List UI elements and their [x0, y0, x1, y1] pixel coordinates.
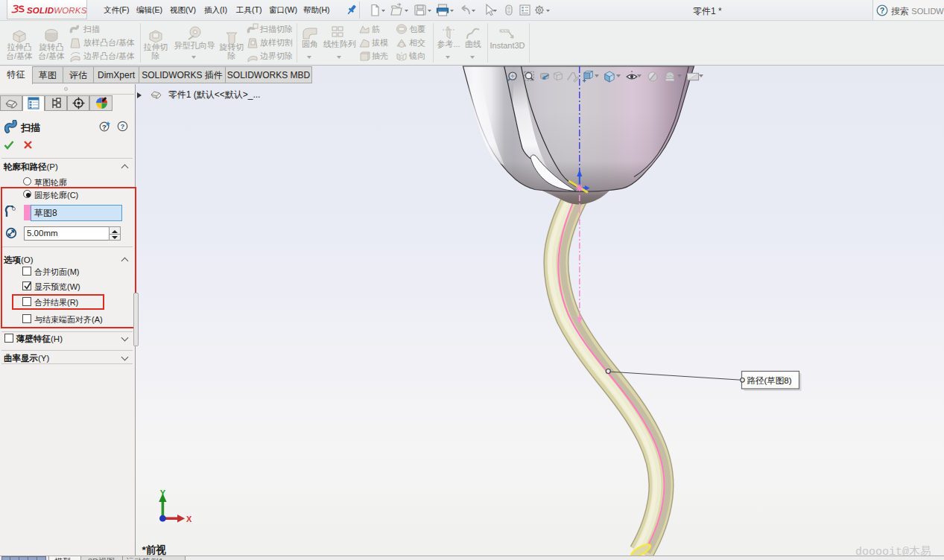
svg-text:X: X: [186, 515, 192, 524]
svg-text:Y: Y: [160, 489, 166, 497]
svg-text:?: ?: [102, 123, 107, 131]
svg-text:路径(草图8): 路径(草图8): [747, 376, 792, 385]
svg-text:?: ?: [880, 6, 884, 15]
svg-text:*前视: *前视: [142, 544, 167, 556]
svg-text:?: ?: [121, 122, 125, 130]
